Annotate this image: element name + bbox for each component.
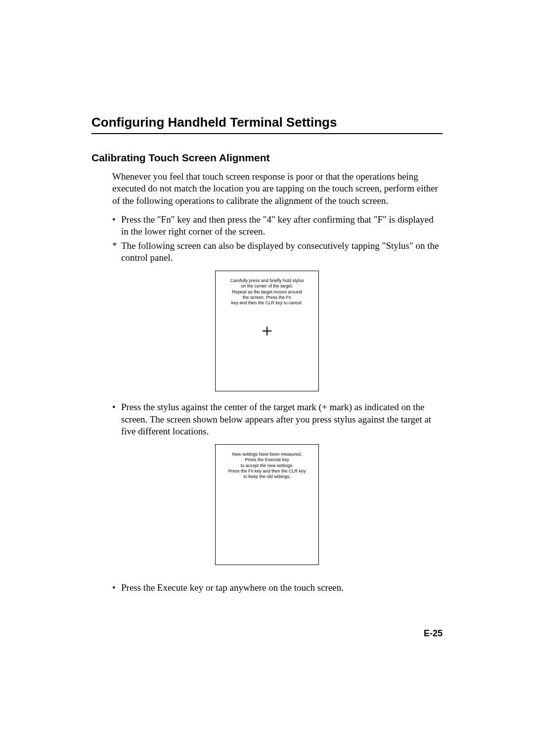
bullet-dot-icon: • xyxy=(112,582,121,594)
bullet-item-3: • Press the stylus against the center of… xyxy=(112,401,443,437)
screen-1-line: Carefully press and briefly hold stylus xyxy=(220,278,314,284)
plus-vertical xyxy=(267,327,267,335)
screen-1-text: Carefully press and briefly hold stylus … xyxy=(216,271,318,306)
bullet-text: Press the stylus against the center of t… xyxy=(121,401,443,437)
screen-2-text: New settings have been measured. Press t… xyxy=(216,445,318,479)
screen-1-line: key and then the CLR key to cancel. xyxy=(220,300,314,306)
main-heading: Configuring Handheld Terminal Settings xyxy=(91,115,443,130)
page-number: E-25 xyxy=(424,628,443,639)
asterisk-icon: * xyxy=(112,240,121,252)
screen-2-line: Press the Execute key xyxy=(220,457,314,463)
screen-1-line: Repeat as the target moves around xyxy=(220,289,314,295)
bullet-dot-icon: • xyxy=(112,401,121,413)
bullet-text: The following screen can also be display… xyxy=(121,240,443,264)
bullet-text: Press the "Fn" key and then press the "4… xyxy=(121,214,443,238)
screen-2-line: to accept the new settings. xyxy=(220,463,314,469)
calibration-screen-1: Carefully press and briefly hold stylus … xyxy=(215,271,319,391)
screen-1-line: the screen. Press the Fn xyxy=(220,295,314,300)
bullet-item-4: • Press the Execute key or tap anywhere … xyxy=(112,582,443,594)
bullet-dot-icon: • xyxy=(112,214,121,226)
screen-2-line: New settings have been measured. xyxy=(220,452,314,457)
intro-paragraph: Whenever you feel that touch screen resp… xyxy=(112,171,443,207)
bullet-item-2: * The following screen can also be displ… xyxy=(112,240,443,264)
bullet-group-2: • Press the stylus against the center of… xyxy=(112,401,443,437)
bullet-group-3: • Press the Execute key or tap anywhere … xyxy=(112,582,443,594)
bullet-item-1: • Press the "Fn" key and then press the … xyxy=(112,214,443,238)
sub-heading: Calibrating Touch Screen Alignment xyxy=(91,152,443,164)
screen-2-line: to keep the old settings. xyxy=(220,474,314,479)
screen-1-line: on the center of the target. xyxy=(220,284,314,289)
screen-2-line: Press the Fn key and then the CLR key xyxy=(220,469,314,474)
heading-rule xyxy=(91,133,443,134)
bullet-group-1: • Press the "Fn" key and then press the … xyxy=(112,214,443,264)
calibration-screen-2: New settings have been measured. Press t… xyxy=(215,444,319,565)
page-content: Configuring Handheld Terminal Settings C… xyxy=(0,0,534,594)
bullet-text: Press the Execute key or tap anywhere on… xyxy=(121,582,443,594)
